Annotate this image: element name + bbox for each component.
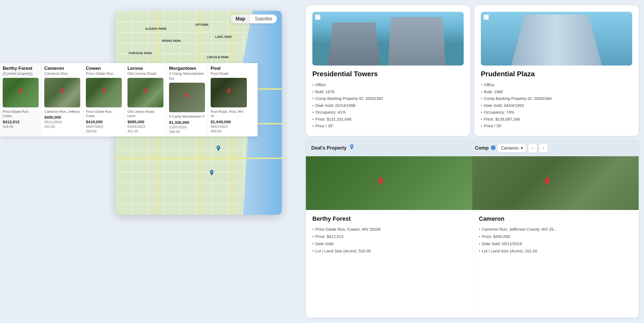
prudential-menu-button[interactable]: ··· [627, 12, 632, 19]
presidential-checkbox[interactable] [315, 14, 320, 20]
card-price-cowen: $419,000 [86, 119, 122, 124]
prudential-bullet-6: Price / SF: [481, 122, 632, 129]
comp-left-bullet-2: Date Sold: [312, 240, 466, 247]
card-name-morgantown: Morgantown [169, 66, 205, 71]
card-date-morgantown: 11/07/2020 [169, 125, 205, 129]
card-name-lerona: Lerona [127, 66, 163, 71]
comp-next-button[interactable]: › [539, 144, 548, 153]
comp-left-title: Berthy Forest [312, 215, 466, 222]
comp-header-right: Comp Cameron ▾ ‹ › [470, 144, 633, 153]
comp-right-pin [543, 177, 551, 189]
comp-dropdown-value: Cameron [501, 146, 519, 151]
card-sqft-morgantown: 156.00 [169, 130, 205, 134]
card-price-morgantown: $1,326,000 [169, 120, 205, 125]
cowen-pin [101, 88, 106, 95]
card-name-cameron: Cameron [44, 66, 80, 71]
map-view-button[interactable]: Map [231, 14, 250, 23]
card-subtitle-cameron: Cameron Run [44, 71, 80, 76]
card-price-pool: $1,949,000 [211, 119, 247, 124]
card-subtitle-cowen: Price Glade Run [86, 71, 122, 76]
card-address-morgantown: 0 Camp Mountaineer F [169, 114, 205, 119]
property-cards-row: Berthy Forest (Current property) Price G… [0, 63, 258, 136]
comp-info-left: Berthy Forest Price Glade Run, Cowen, WV… [306, 210, 473, 318]
card-image-cowen [86, 78, 122, 107]
prudential-bullet-1: Built: 1980 [481, 88, 632, 95]
comp-left-bullet-3: Lot / Land Size (Acres): 516.00 [312, 247, 466, 255]
map-pin-3 [215, 146, 222, 152]
prudential-bullet-2: Comp Backing Property ID: 20001584 [481, 95, 632, 102]
property-card-berthy[interactable]: Berthy Forest (Current property) Price G… [0, 63, 42, 136]
card-image-cameron [44, 78, 80, 107]
top-cards-row: ··· Presidential Towers Office Built: 19… [306, 5, 639, 136]
card-header-cowen: Cowen Price Glade Run [86, 66, 122, 76]
property-card-lerona[interactable]: Lerona Old Lerona Road Old Lerona Road, … [125, 63, 166, 136]
card-address-lerona: Old Lerona Road, Leror [127, 110, 163, 119]
property-card-pool[interactable]: Pool Pool Road Pool Road, Pool, WV 2c $1… [208, 63, 250, 136]
card-subtitle-pool: Pool Road [211, 71, 247, 76]
map-label-albany: ALBANY PARK [145, 27, 167, 30]
comp-right-bullet-1: Price: $450,000 [479, 233, 632, 240]
map-label-lakeview: LAKE VIEW [215, 35, 232, 38]
satellite-view-button[interactable]: Satellite [250, 14, 277, 23]
deals-property-label: Deal's Property [311, 145, 346, 151]
card-address-berthy: Price Glade Run, Cowe [3, 110, 39, 119]
comp-info-right: Cameron Cameron Run, Jefferson County, W… [473, 210, 639, 318]
comparison-images [306, 156, 639, 210]
map-toggle[interactable]: Map Satellite [231, 14, 277, 23]
comp-prev-button[interactable]: ‹ [528, 144, 537, 153]
card-image-pool [211, 78, 247, 107]
comp-header-left: Deal's Property [311, 144, 470, 152]
svg-point-0 [491, 145, 496, 150]
card-date-cameron: 05/11/2019 [44, 120, 80, 124]
card-price-cameron: $450,000 [44, 115, 80, 119]
comparison-image-left [306, 156, 472, 210]
presidential-bullet-3: Date Sold: 02/14/1998 [312, 102, 464, 109]
card-address-cameron: Cameron Run, Jeffersc [44, 110, 80, 114]
card-sqft-pool: 453.00 [211, 129, 247, 133]
card-sqft-lerona: 501.00 [127, 129, 163, 133]
prudential-bullet-0: Office [481, 81, 632, 88]
lerona-pin [143, 88, 148, 95]
presidential-image [312, 12, 464, 66]
prudential-title: Prudential Plaza [481, 70, 632, 78]
detail-card-prudential: ··· Prudential Plaza Office Built: 1980 … [474, 5, 639, 136]
presidential-bullet-5: Price: $131,331,648 [312, 116, 464, 123]
prudential-image [481, 12, 632, 66]
card-image-berthy [3, 78, 39, 107]
map-pin-4 [208, 170, 215, 176]
card-date-cowen: 05/07/2022 [86, 125, 122, 129]
cameron-pin [60, 88, 65, 95]
card-address-pool: Pool Road, Pool, WV 2c [211, 110, 247, 119]
location-pin-icon [349, 144, 354, 152]
comp-blue-indicator [491, 145, 496, 151]
chevron-down-icon: ▾ [521, 146, 523, 151]
card-name-berthy: Berthy Forest [3, 66, 39, 71]
presidential-menu-button[interactable]: ··· [459, 12, 464, 19]
card-sqft-cameron: 201.00 [44, 125, 80, 129]
map-label-uptown: UPTOWN [195, 23, 208, 26]
comparison-header: Deal's Property Comp Cameron ▾ ‹ › [306, 140, 639, 156]
card-sqft-berthy: 516.00 [3, 125, 39, 129]
card-sqft-cowen: 516.00 [86, 129, 122, 133]
card-subtitle-morgantown: 0 Camp Mountaineer Rd. [169, 71, 205, 81]
detail-card-presidential: ··· Presidential Towers Office Built: 19… [306, 5, 470, 136]
presidential-title: Presidential Towers [312, 70, 464, 78]
comp-dropdown[interactable]: Cameron ▾ [498, 144, 526, 152]
comp-left-bullet-0: Price Glade Run, Cowen, WV 26206 [312, 226, 466, 233]
comp-right-bullet-0: Cameron Run, Jefferson County, WV 25... [479, 226, 632, 233]
comparison-panel: Deal's Property Comp Cameron ▾ ‹ › [306, 140, 639, 318]
card-name-cowen: Cowen [86, 66, 122, 71]
card-date-lerona: 02/04/2023 [127, 125, 163, 129]
prudential-bullet-5: Price: $135,587,166 [481, 116, 632, 123]
property-card-cameron[interactable]: Cameron Cameron Run Cameron Run, Jeffers… [42, 63, 83, 136]
presidential-bullet-1: Built: 1978 [312, 88, 464, 95]
comp-right-bullet-2: Date Sold: 05/11/2019 [479, 240, 632, 247]
property-card-cowen[interactable]: Cowen Price Glade Run Price Glade Run, C… [83, 63, 125, 136]
prudential-checkbox[interactable] [484, 14, 489, 20]
comp-left-bullet-1: Price: $412,012 [312, 233, 466, 240]
comp-left-pin [377, 177, 385, 189]
prudential-bullet-4: Occupancy: 74% [481, 109, 632, 116]
property-card-morgantown[interactable]: Morgantown 0 Camp Mountaineer Rd. 0 Camp… [166, 63, 208, 136]
card-date-pool: 08/07/2021 [211, 125, 247, 129]
morgantown-pin [185, 93, 189, 100]
